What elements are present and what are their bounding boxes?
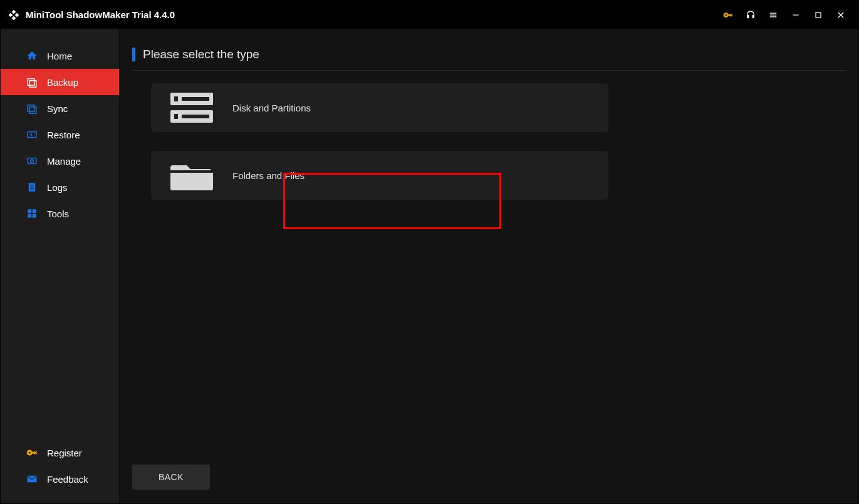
sidebar-item-restore[interactable]: Restore <box>1 121 119 148</box>
app-logo-icon <box>7 8 21 22</box>
svg-rect-13 <box>28 209 31 213</box>
svg-rect-12 <box>30 188 34 189</box>
restore-icon <box>26 128 38 141</box>
disk-icon <box>151 90 232 125</box>
svg-rect-18 <box>174 96 178 101</box>
sidebar-item-label: Sync <box>47 103 68 114</box>
sidebar-item-label: Logs <box>47 182 68 193</box>
titlebar: MiniTool ShadowMaker Trial 4.4.0 <box>1 1 858 29</box>
menu-button[interactable] <box>762 1 784 29</box>
sidebar-item-feedback[interactable]: Feedback <box>1 466 119 492</box>
backup-icon <box>26 76 38 88</box>
svg-rect-14 <box>33 209 36 213</box>
option-label: Folders and Files <box>232 170 305 181</box>
sidebar-item-home[interactable]: Home <box>1 43 119 69</box>
svg-rect-16 <box>33 214 36 218</box>
sidebar-item-label: Register <box>47 448 82 458</box>
minimize-button[interactable] <box>784 1 807 29</box>
sidebar-item-label: Tools <box>47 208 69 219</box>
back-button-label: BACK <box>159 472 184 482</box>
heading-accent <box>132 48 135 61</box>
page-heading: Please select the type <box>132 48 846 71</box>
svg-rect-19 <box>182 97 209 101</box>
svg-rect-24 <box>170 170 213 173</box>
app-title: MiniTool ShadowMaker Trial 4.4.0 <box>26 9 175 20</box>
option-disk-partitions[interactable]: Disk and Partitions <box>151 83 608 132</box>
sidebar-item-logs[interactable]: Logs <box>1 174 119 200</box>
back-button[interactable]: BACK <box>132 465 210 490</box>
option-folders-files[interactable]: Folders and Files <box>151 151 608 200</box>
svg-rect-22 <box>182 115 209 118</box>
svg-rect-0 <box>793 14 798 15</box>
sidebar-item-label: Feedback <box>47 474 88 485</box>
mail-icon <box>26 473 38 485</box>
sync-icon <box>26 102 38 115</box>
svg-rect-10 <box>30 185 34 185</box>
sidebar-item-label: Manage <box>47 156 81 167</box>
tools-icon <box>26 207 38 220</box>
svg-rect-5 <box>29 107 36 114</box>
home-icon <box>26 49 38 62</box>
svg-rect-1 <box>816 13 821 18</box>
svg-rect-15 <box>28 214 31 218</box>
svg-rect-7 <box>28 158 36 164</box>
svg-rect-6 <box>28 132 36 138</box>
svg-point-8 <box>31 160 34 163</box>
main-panel: Please select the type Disk <box>120 29 858 503</box>
svg-rect-23 <box>170 172 213 190</box>
sidebar-item-label: Restore <box>47 130 80 140</box>
close-button[interactable] <box>830 1 852 29</box>
page-title: Please select the type <box>143 48 259 61</box>
svg-rect-4 <box>28 105 34 112</box>
sidebar-item-backup[interactable]: Backup <box>1 69 119 95</box>
folder-icon <box>151 158 232 193</box>
svg-rect-3 <box>29 81 36 88</box>
sidebar-item-label: Home <box>47 51 72 61</box>
key-button[interactable] <box>717 1 739 29</box>
key-icon <box>26 446 38 459</box>
logs-icon <box>26 181 38 193</box>
sidebar-item-register[interactable]: Register <box>1 440 119 466</box>
manage-icon <box>26 155 38 167</box>
sidebar-item-sync[interactable]: Sync <box>1 95 119 121</box>
svg-rect-2 <box>28 79 34 86</box>
headset-button[interactable] <box>739 1 762 29</box>
sidebar-item-label: Backup <box>47 77 78 88</box>
sidebar-item-tools[interactable]: Tools <box>1 200 119 227</box>
app-window: MiniTool ShadowMaker Trial 4.4.0 <box>0 0 859 504</box>
svg-rect-11 <box>30 187 34 187</box>
sidebar: Home Backup Sync <box>1 29 120 503</box>
maximize-button[interactable] <box>807 1 830 29</box>
sidebar-item-manage[interactable]: Manage <box>1 148 119 174</box>
svg-rect-21 <box>174 114 178 119</box>
option-label: Disk and Partitions <box>232 103 311 113</box>
